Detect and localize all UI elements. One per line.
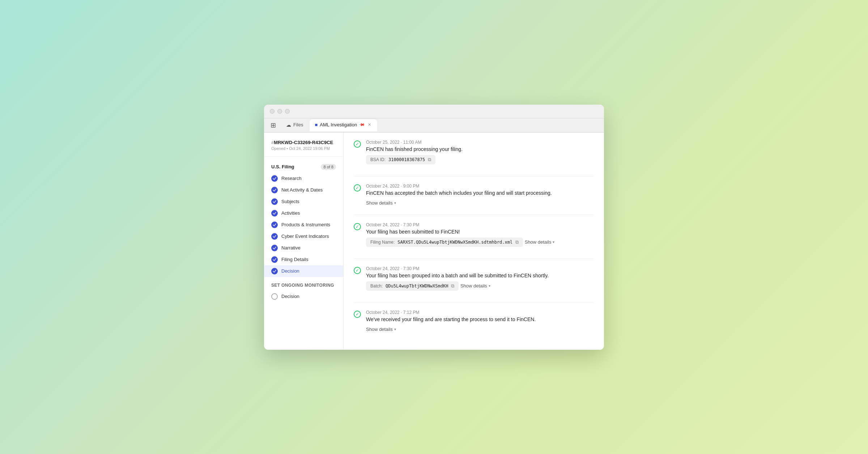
check-icon-research [271, 175, 278, 182]
timeline-message-2: FinCEN has accepted the batch which incl… [366, 190, 594, 196]
aml-tab-icon: ■ [315, 122, 318, 127]
case-id-text: #MRKWD-C33269-R43C9CE [271, 140, 336, 145]
timeline-icon-2: ✓ [354, 184, 361, 206]
show-details-5[interactable]: Show details ▾ [366, 327, 396, 332]
sidebar-item-filing-details[interactable]: Filing Details [264, 254, 343, 265]
green-check-1: ✓ [354, 140, 361, 148]
nav-label-subjects: Subjects [281, 199, 299, 204]
title-bar [264, 105, 604, 118]
traffic-light-close[interactable] [270, 109, 275, 114]
tab-aml[interactable]: ■ AML Investigation 📌 ✕ [310, 119, 377, 131]
sidebar-item-mon-decision[interactable]: Decision [264, 291, 343, 302]
check-icon-products [271, 222, 278, 228]
grid-icon[interactable]: ⊞ [267, 118, 280, 132]
timeline-date-5: October 24, 2022 · 7:12 PM [366, 310, 594, 315]
check-icon-filing-details [271, 256, 278, 263]
content-area: ✓ October 25, 2022 · 11:00 AM FinCEN has… [344, 133, 604, 350]
info-badge-3: Filing Name: SARXST.QDu5L4wupTbtjKWDNwXS… [366, 237, 523, 247]
timeline-icon-5: ✓ [354, 311, 361, 332]
info-badge-1: BSA ID: 31000018367875 ⧉ [366, 155, 435, 164]
copy-icon-4[interactable]: ⧉ [451, 283, 454, 289]
tab-close-button[interactable]: ✕ [366, 122, 372, 128]
timeline-date-4: October 24, 2022 · 7:30 PM [366, 266, 594, 271]
show-details-3[interactable]: Show details ▾ [525, 239, 555, 245]
circle-icon-mon-decision [271, 293, 278, 300]
check-icon-subjects [271, 198, 278, 205]
case-id-value: MRKWD-C33269-R43C9CE [274, 140, 333, 145]
section-header: U.S. Filing 8 of 8 [264, 163, 343, 173]
timeline-date-1: October 25, 2022 · 11:00 AM [366, 140, 594, 145]
monitoring-header: Set Ongoing Monitoring [264, 277, 343, 291]
traffic-light-minimize[interactable] [277, 109, 282, 114]
sidebar-item-narrative[interactable]: Narrative [264, 242, 343, 254]
nav-label-decision: Decision [281, 268, 299, 274]
timeline-item-1: ✓ October 25, 2022 · 11:00 AM FinCEN has… [354, 140, 594, 167]
sidebar-item-cyber[interactable]: Cyber Event Indicators [264, 231, 343, 242]
timeline-date-2: October 24, 2022 · 9:00 PM [366, 184, 594, 189]
timeline-body-5: October 24, 2022 · 7:12 PM We've receive… [366, 310, 594, 332]
green-check-5: ✓ [354, 311, 361, 318]
divider-3 [354, 258, 594, 259]
timeline-icon-1: ✓ [354, 140, 361, 167]
tab-files-label: Files [293, 122, 303, 127]
timeline-body-1: October 25, 2022 · 11:00 AM FinCEN has f… [366, 140, 594, 167]
nav-label-research: Research [281, 176, 302, 181]
timeline-icon-4: ✓ [354, 267, 361, 294]
sidebar: #MRKWD-C33269-R43C9CE Opened • Oct 24, 2… [264, 133, 344, 350]
sidebar-item-research[interactable]: Research [264, 173, 343, 184]
copy-icon-3[interactable]: ⧉ [515, 239, 519, 245]
badge-label-4: Batch: [370, 283, 383, 289]
badge-value-4: QDu5L4wupTbtjKWDNwXSmdKH [386, 283, 448, 289]
traffic-light-maximize[interactable] [285, 109, 290, 114]
sidebar-item-subjects[interactable]: Subjects [264, 196, 343, 207]
show-details-2[interactable]: Show details ▾ [366, 200, 396, 206]
timeline-item-4: ✓ October 24, 2022 · 7:30 PM Your filing… [354, 266, 594, 294]
divider-4 [354, 302, 594, 303]
check-icon-cyber [271, 233, 278, 240]
timeline-message-4: Your filing has been grouped into a batc… [366, 273, 594, 278]
sidebar-item-products[interactable]: Products & Instruments [264, 219, 343, 231]
chevron-down-icon-5: ▾ [394, 327, 396, 331]
copy-icon-1[interactable]: ⧉ [428, 157, 431, 163]
pin-icon: 📌 [358, 121, 365, 128]
divider-2 [354, 215, 594, 215]
green-check-2: ✓ [354, 184, 361, 192]
timeline-icon-3: ✓ [354, 223, 361, 250]
badge-value-3: SARXST.QDu5L4wupTbtjKWDNwXSmdKH.sdtmhbrd… [397, 240, 512, 245]
timeline-item-5: ✓ October 24, 2022 · 7:12 PM We've recei… [354, 310, 594, 332]
chevron-down-icon-2: ▾ [394, 201, 396, 205]
app-window: ⊞ ☁ Files ■ AML Investigation 📌 ✕ #MRKWD… [264, 105, 604, 350]
check-icon-activities [271, 210, 278, 217]
nav-label-narrative: Narrative [281, 245, 301, 251]
timeline-item-3: ✓ October 24, 2022 · 7:30 PM Your filing… [354, 222, 594, 250]
check-icon-narrative [271, 245, 278, 251]
nav-label-mon-decision: Decision [281, 294, 299, 299]
case-id-section: #MRKWD-C33269-R43C9CE Opened • Oct 24, 2… [264, 140, 343, 157]
nav-label-activities: Activities [281, 210, 300, 216]
green-check-3: ✓ [354, 223, 361, 230]
badge-value-1: 31000018367875 [388, 157, 425, 162]
show-details-4[interactable]: Show details ▾ [460, 283, 490, 289]
chevron-down-icon-3: ▾ [553, 240, 554, 244]
green-check-4: ✓ [354, 267, 361, 274]
timeline-body-2: October 24, 2022 · 9:00 PM FinCEN has ac… [366, 184, 594, 206]
check-icon-net-activity [271, 187, 278, 193]
chevron-down-icon-4: ▾ [489, 284, 490, 288]
section-badge: 8 of 8 [321, 164, 336, 170]
tab-files[interactable]: ☁ Files [281, 119, 308, 131]
timeline-body-3: October 24, 2022 · 7:30 PM Your filing h… [366, 222, 594, 250]
main-content: #MRKWD-C33269-R43C9CE Opened • Oct 24, 2… [264, 133, 604, 350]
divider-1 [354, 176, 594, 176]
nav-label-products: Products & Instruments [281, 222, 330, 227]
nav-label-cyber: Cyber Event Indicators [281, 234, 329, 239]
section-title: U.S. Filing [271, 164, 294, 169]
timeline-message-1: FinCEN has finished processing your fili… [366, 146, 594, 152]
timeline-message-3: Your filing has been submitted to FinCEN… [366, 229, 594, 235]
timeline-message-5: We've received your filing and are start… [366, 316, 594, 322]
sidebar-item-decision[interactable]: Decision [264, 265, 343, 277]
badge-label-1: BSA ID: [370, 157, 386, 162]
sidebar-item-activities[interactable]: Activities [264, 207, 343, 219]
nav-label-filing-details: Filing Details [281, 257, 308, 262]
case-opened: Opened • Oct 24, 2022 19:06 PM [271, 146, 336, 151]
sidebar-item-net-activity[interactable]: Net Activity & Dates [264, 184, 343, 196]
